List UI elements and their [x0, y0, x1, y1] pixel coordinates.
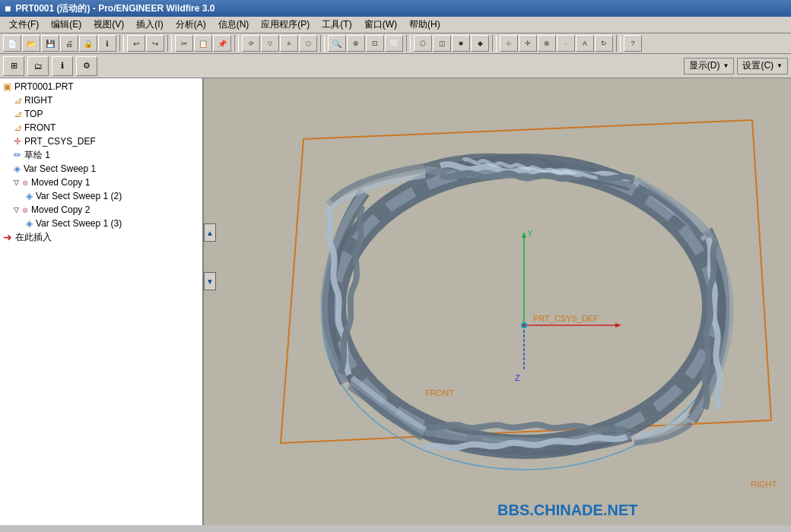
tree-label-prt-csys: PRT_CSYS_DEF: [24, 136, 96, 147]
new-btn[interactable]: 📄: [3, 35, 21, 52]
info2-btn[interactable]: ℹ: [98, 35, 116, 52]
model-tree[interactable]: ▣ PRT0001.PRT ⊿ RIGHT ⊿ TOP ⊿ FRONT ✛ PR…: [0, 78, 202, 525]
svg-text:PRT_CSYS_DEF: PRT_CSYS_DEF: [533, 314, 599, 323]
tree-item-front[interactable]: ⊿ FRONT: [2, 121, 201, 135]
sweep-icon-2: ◈: [26, 191, 33, 201]
tree-item-top[interactable]: ⊿ TOP: [2, 107, 201, 121]
redo-btn[interactable]: ↪: [146, 35, 164, 52]
menu-tools[interactable]: 工具(T): [316, 17, 357, 33]
canvas-area: Z Y PRT_CSYS_DEF FRONT RIGHT BBS.CHINADE…: [204, 78, 791, 525]
nohidden-btn[interactable]: ■: [452, 35, 470, 52]
tree-item-prt-csys[interactable]: ✛ PRT_CSYS_DEF: [2, 135, 201, 148]
sep7: [616, 35, 621, 52]
axis-btn[interactable]: ✛: [519, 35, 537, 52]
show-arrow-icon: ▼: [723, 62, 729, 69]
settings-label: 设置(C): [742, 59, 774, 72]
paste-btn[interactable]: 📌: [213, 35, 231, 52]
csys2-btn[interactable]: ⊕: [538, 35, 556, 52]
toolbar-row-1: 📄 📂 💾 🖨 🔒 ℹ ↩ ↪ ✂ 📋 📌 ⟳ ▽ ≡ ⬡ 🔍 ⊕: [3, 35, 788, 52]
toolbar-area: 📄 📂 💾 🖨 🔒 ℹ ↩ ↪ ✂ 📋 📌 ⟳ ▽ ≡ ⬡ 🔍 ⊕: [0, 33, 791, 54]
tree-item-sweep3[interactable]: ◈ Var Sect Sweep 1 (3): [2, 217, 201, 230]
plane-icon-top: ⊿: [14, 109, 21, 119]
sketch-icon-1: ✏: [14, 150, 21, 160]
toolbar-section-extra: ⊹ ✛ ⊕ · A ↻: [500, 35, 613, 52]
help-btn[interactable]: ?: [624, 35, 642, 52]
expand-icon-1: ▽: [14, 179, 19, 186]
spin-btn[interactable]: ↻: [595, 35, 613, 52]
tree-label-sweep1: Var Sect Sweep 1: [24, 163, 96, 174]
tb2-tree-btn[interactable]: 🗂: [27, 56, 49, 76]
menu-help[interactable]: 帮助(H): [403, 17, 446, 33]
sep4: [320, 35, 325, 52]
undo-btn[interactable]: ↩: [127, 35, 145, 52]
save-btn[interactable]: 💾: [41, 35, 59, 52]
wireframe-btn[interactable]: ⬡: [414, 35, 432, 52]
tree-label-root: PRT0001.PRT: [14, 81, 74, 92]
zoom-window-btn[interactable]: ⬜: [385, 35, 403, 52]
menu-view[interactable]: 视图(V): [87, 17, 130, 33]
toolbar-section-help: ?: [624, 35, 642, 52]
toolbar-section-file: 📄 📂 💾 🖨 🔒 ℹ: [3, 35, 116, 52]
tree-item-insert-here[interactable]: ➜ 在此插入: [2, 230, 201, 244]
sep1: [119, 35, 124, 52]
tree-label-sweep2: Var Sect Sweep 1 (2): [36, 191, 122, 201]
annot-btn[interactable]: A: [576, 35, 594, 52]
tree-item-moved1[interactable]: ▽ ⊕ Moved Copy 1: [2, 176, 201, 189]
view-list-btn[interactable]: ≡: [280, 35, 298, 52]
tb2-setting-btn[interactable]: ⚙: [76, 56, 97, 76]
sep3: [234, 35, 239, 52]
viewport-scroll-arrows: ▲ ▼: [204, 223, 216, 290]
menu-apps[interactable]: 应用程序(P): [255, 17, 316, 33]
tree-item-moved2[interactable]: ▽ ⊕ Moved Copy 2: [2, 203, 201, 217]
menu-edit[interactable]: 编辑(E): [45, 17, 87, 33]
cut-btn[interactable]: ✂: [175, 35, 193, 52]
tb2-grid-btn[interactable]: ⊞: [3, 56, 24, 76]
scroll-down-arrow[interactable]: ▼: [204, 272, 216, 290]
tree-item-root[interactable]: ▣ PRT0001.PRT: [2, 80, 201, 93]
tree-label-moved2: Moved Copy 2: [31, 204, 90, 215]
viewport[interactable]: Z Y PRT_CSYS_DEF FRONT RIGHT BBS.CHINADE…: [204, 78, 791, 525]
shaded-btn[interactable]: ◆: [471, 35, 489, 52]
tree-label-right: RIGHT: [24, 95, 52, 106]
view3d-btn[interactable]: ⬡: [299, 35, 317, 52]
svg-text:Z: Z: [515, 373, 520, 382]
svg-text:Y: Y: [527, 229, 533, 238]
lock-btn[interactable]: 🔒: [79, 35, 97, 52]
menu-analysis[interactable]: 分析(A): [170, 17, 212, 33]
menu-info[interactable]: 信息(N): [212, 17, 256, 33]
model-svg: Z Y PRT_CSYS_DEF FRONT RIGHT BBS.CHINADE…: [204, 78, 791, 525]
show-dropdown[interactable]: 显示(D) ▼: [684, 58, 735, 74]
copy-btn[interactable]: 📋: [194, 35, 212, 52]
tree-item-right[interactable]: ⊿ RIGHT: [2, 93, 201, 107]
plane-icon-front: ⊿: [14, 122, 21, 133]
zoom-fit-btn[interactable]: ⊡: [366, 35, 384, 52]
hidden-btn[interactable]: ◫: [433, 35, 451, 52]
repaint-btn[interactable]: ⟳: [242, 35, 260, 52]
expand-icon-2: ▽: [14, 206, 19, 214]
settings-dropdown[interactable]: 设置(C) ▼: [737, 58, 788, 74]
tree-item-sketch1[interactable]: ✏ 草绘 1: [2, 148, 201, 162]
zoom-out-btn[interactable]: 🔍: [328, 35, 346, 52]
tb2-info-btn[interactable]: ℹ: [52, 56, 73, 76]
zoom-in-btn[interactable]: ⊕: [347, 35, 365, 52]
tree-item-sweep1[interactable]: ◈ Var Sect Sweep 1: [2, 162, 201, 176]
tree-item-sweep2[interactable]: ◈ Var Sect Sweep 1 (2): [2, 189, 201, 203]
datum-btn[interactable]: ⊹: [500, 35, 518, 52]
scroll-up-arrow[interactable]: ▲: [204, 223, 216, 242]
view-named-btn[interactable]: ▽: [261, 35, 279, 52]
print-btn[interactable]: 🖨: [60, 35, 78, 52]
move-icon-1: ⊕: [22, 179, 28, 187]
title-icon: ■: [5, 2, 11, 14]
toolbar-section-clipboard: ✂ 📋 📌: [175, 35, 231, 52]
open-btn[interactable]: 📂: [22, 35, 40, 52]
tree-label-front: FRONT: [24, 122, 56, 133]
menu-window[interactable]: 窗口(W): [358, 17, 403, 33]
menu-bar: 文件(F) 编辑(E) 视图(V) 插入(I) 分析(A) 信息(N) 应用程序…: [0, 17, 791, 33]
menu-file[interactable]: 文件(F): [3, 17, 45, 33]
sep5: [406, 35, 411, 52]
title-bar: ■ PRT0001 (活动的) - Pro/ENGINEER Wildfire …: [0, 0, 791, 17]
point-btn[interactable]: ·: [557, 35, 575, 52]
settings-arrow-icon: ▼: [777, 62, 783, 69]
sweep-icon-3: ◈: [26, 218, 33, 229]
menu-insert[interactable]: 插入(I): [130, 17, 169, 33]
